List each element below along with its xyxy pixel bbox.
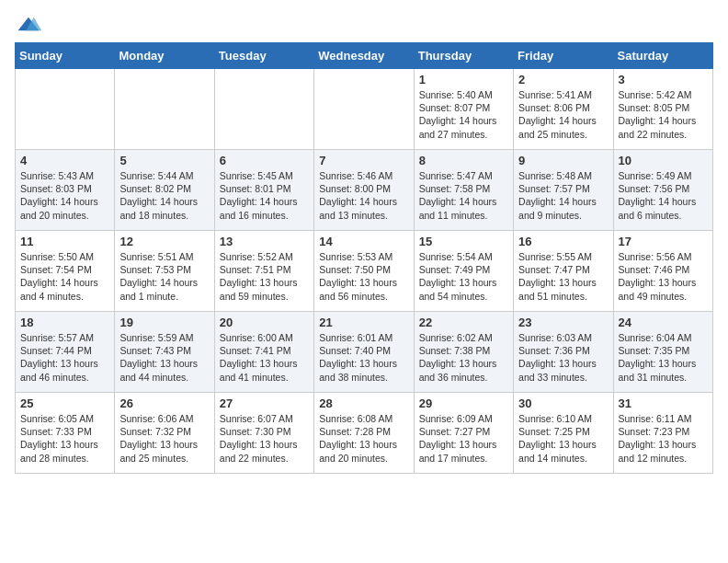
calendar-week-row: 1Sunrise: 5:40 AM Sunset: 8:07 PM Daylig… xyxy=(16,69,713,150)
header-sunday: Sunday xyxy=(16,43,115,69)
day-number: 29 xyxy=(419,396,508,410)
calendar-cell: 11Sunrise: 5:50 AM Sunset: 7:54 PM Dayli… xyxy=(16,231,115,312)
day-number: 1 xyxy=(419,73,508,86)
calendar-cell: 15Sunrise: 5:54 AM Sunset: 7:49 PM Dayli… xyxy=(414,231,513,312)
day-content: Sunrise: 5:42 AM Sunset: 8:05 PM Dayligh… xyxy=(619,88,708,141)
calendar-cell: 31Sunrise: 6:11 AM Sunset: 7:23 PM Dayli… xyxy=(613,393,712,474)
calendar-cell: 21Sunrise: 6:01 AM Sunset: 7:40 PM Dayli… xyxy=(314,312,414,393)
day-number: 26 xyxy=(119,396,209,410)
day-content: Sunrise: 5:50 AM Sunset: 7:54 PM Dayligh… xyxy=(20,250,109,303)
calendar-cell: 22Sunrise: 6:02 AM Sunset: 7:38 PM Dayli… xyxy=(414,312,513,393)
header-thursday: Thursday xyxy=(414,43,513,69)
day-content: Sunrise: 6:03 AM Sunset: 7:36 PM Dayligh… xyxy=(518,331,608,384)
header-friday: Friday xyxy=(514,43,613,69)
day-content: Sunrise: 6:05 AM Sunset: 7:33 PM Dayligh… xyxy=(20,412,109,465)
logo-icon xyxy=(15,15,42,33)
header-monday: Monday xyxy=(115,43,214,69)
day-number: 24 xyxy=(619,316,708,329)
calendar-cell: 20Sunrise: 6:00 AM Sunset: 7:41 PM Dayli… xyxy=(214,312,313,393)
day-content: Sunrise: 5:48 AM Sunset: 7:57 PM Dayligh… xyxy=(518,169,608,222)
day-content: Sunrise: 6:09 AM Sunset: 7:27 PM Dayligh… xyxy=(419,412,508,465)
header-saturday: Saturday xyxy=(613,43,712,69)
calendar-cell: 3Sunrise: 5:42 AM Sunset: 8:05 PM Daylig… xyxy=(613,69,712,150)
calendar-cell: 7Sunrise: 5:46 AM Sunset: 8:00 PM Daylig… xyxy=(314,150,414,231)
day-content: Sunrise: 5:49 AM Sunset: 7:56 PM Dayligh… xyxy=(619,169,708,222)
calendar-cell: 28Sunrise: 6:08 AM Sunset: 7:28 PM Dayli… xyxy=(314,393,414,474)
calendar-table: SundayMondayTuesdayWednesdayThursdayFrid… xyxy=(15,42,713,474)
day-content: Sunrise: 5:57 AM Sunset: 7:44 PM Dayligh… xyxy=(20,331,109,384)
calendar-cell: 6Sunrise: 5:45 AM Sunset: 8:01 PM Daylig… xyxy=(214,150,313,231)
calendar-cell: 30Sunrise: 6:10 AM Sunset: 7:25 PM Dayli… xyxy=(514,393,613,474)
calendar-cell: 13Sunrise: 5:52 AM Sunset: 7:51 PM Dayli… xyxy=(214,231,313,312)
day-number: 11 xyxy=(20,235,109,248)
day-number: 13 xyxy=(220,235,309,248)
calendar-cell xyxy=(214,69,313,150)
calendar-cell: 14Sunrise: 5:53 AM Sunset: 7:50 PM Dayli… xyxy=(314,231,414,312)
day-content: Sunrise: 5:41 AM Sunset: 8:06 PM Dayligh… xyxy=(518,88,608,141)
calendar-cell xyxy=(16,69,115,150)
day-content: Sunrise: 6:00 AM Sunset: 7:41 PM Dayligh… xyxy=(220,331,309,384)
calendar-cell: 2Sunrise: 5:41 AM Sunset: 8:06 PM Daylig… xyxy=(514,69,613,150)
day-number: 14 xyxy=(319,235,408,248)
day-number: 20 xyxy=(220,316,309,329)
calendar-cell xyxy=(115,69,214,150)
day-number: 18 xyxy=(20,316,109,329)
calendar-cell: 16Sunrise: 5:55 AM Sunset: 7:47 PM Dayli… xyxy=(514,231,613,312)
day-number: 12 xyxy=(119,235,209,248)
day-number: 9 xyxy=(518,154,608,167)
calendar-cell: 25Sunrise: 6:05 AM Sunset: 7:33 PM Dayli… xyxy=(16,393,115,474)
header-wednesday: Wednesday xyxy=(314,43,414,69)
day-content: Sunrise: 6:07 AM Sunset: 7:30 PM Dayligh… xyxy=(220,412,309,465)
day-content: Sunrise: 6:01 AM Sunset: 7:40 PM Dayligh… xyxy=(319,331,408,384)
calendar-cell: 12Sunrise: 5:51 AM Sunset: 7:53 PM Dayli… xyxy=(115,231,214,312)
day-number: 28 xyxy=(319,396,408,410)
day-content: Sunrise: 5:45 AM Sunset: 8:01 PM Dayligh… xyxy=(220,169,309,222)
calendar-week-row: 18Sunrise: 5:57 AM Sunset: 7:44 PM Dayli… xyxy=(16,312,713,393)
day-number: 19 xyxy=(119,316,209,329)
day-content: Sunrise: 5:52 AM Sunset: 7:51 PM Dayligh… xyxy=(220,250,309,303)
day-number: 4 xyxy=(20,154,109,167)
calendar-cell: 9Sunrise: 5:48 AM Sunset: 7:57 PM Daylig… xyxy=(514,150,613,231)
day-content: Sunrise: 5:47 AM Sunset: 7:58 PM Dayligh… xyxy=(419,169,508,222)
day-content: Sunrise: 6:10 AM Sunset: 7:25 PM Dayligh… xyxy=(518,412,608,465)
header-tuesday: Tuesday xyxy=(214,43,313,69)
day-content: Sunrise: 5:56 AM Sunset: 7:46 PM Dayligh… xyxy=(619,250,708,303)
day-content: Sunrise: 5:51 AM Sunset: 7:53 PM Dayligh… xyxy=(119,250,209,303)
calendar-cell: 5Sunrise: 5:44 AM Sunset: 8:02 PM Daylig… xyxy=(115,150,214,231)
calendar-cell: 10Sunrise: 5:49 AM Sunset: 7:56 PM Dayli… xyxy=(613,150,712,231)
day-number: 25 xyxy=(20,396,109,410)
day-number: 2 xyxy=(518,73,608,86)
calendar-cell: 27Sunrise: 6:07 AM Sunset: 7:30 PM Dayli… xyxy=(214,393,313,474)
calendar-cell: 26Sunrise: 6:06 AM Sunset: 7:32 PM Dayli… xyxy=(115,393,214,474)
calendar-week-row: 11Sunrise: 5:50 AM Sunset: 7:54 PM Dayli… xyxy=(16,231,713,312)
day-number: 17 xyxy=(619,235,708,248)
calendar-cell xyxy=(314,69,414,150)
calendar-cell: 19Sunrise: 5:59 AM Sunset: 7:43 PM Dayli… xyxy=(115,312,214,393)
day-number: 22 xyxy=(419,316,508,329)
calendar-header-row: SundayMondayTuesdayWednesdayThursdayFrid… xyxy=(16,43,713,69)
day-number: 7 xyxy=(319,154,408,167)
day-content: Sunrise: 5:44 AM Sunset: 8:02 PM Dayligh… xyxy=(119,169,209,222)
day-content: Sunrise: 5:59 AM Sunset: 7:43 PM Dayligh… xyxy=(119,331,209,384)
day-content: Sunrise: 6:02 AM Sunset: 7:38 PM Dayligh… xyxy=(419,331,508,384)
day-number: 15 xyxy=(419,235,508,248)
day-content: Sunrise: 6:04 AM Sunset: 7:35 PM Dayligh… xyxy=(619,331,708,384)
day-content: Sunrise: 5:43 AM Sunset: 8:03 PM Dayligh… xyxy=(20,169,109,222)
day-content: Sunrise: 5:46 AM Sunset: 8:00 PM Dayligh… xyxy=(319,169,408,222)
day-content: Sunrise: 5:55 AM Sunset: 7:47 PM Dayligh… xyxy=(518,250,608,303)
day-content: Sunrise: 5:40 AM Sunset: 8:07 PM Dayligh… xyxy=(419,88,508,141)
day-content: Sunrise: 5:54 AM Sunset: 7:49 PM Dayligh… xyxy=(419,250,508,303)
day-number: 16 xyxy=(518,235,608,248)
calendar-cell: 8Sunrise: 5:47 AM Sunset: 7:58 PM Daylig… xyxy=(414,150,513,231)
day-number: 21 xyxy=(319,316,408,329)
day-number: 8 xyxy=(419,154,508,167)
calendar-cell: 1Sunrise: 5:40 AM Sunset: 8:07 PM Daylig… xyxy=(414,69,513,150)
day-number: 3 xyxy=(619,73,708,86)
calendar-week-row: 4Sunrise: 5:43 AM Sunset: 8:03 PM Daylig… xyxy=(16,150,713,231)
day-number: 30 xyxy=(518,396,608,410)
calendar-cell: 24Sunrise: 6:04 AM Sunset: 7:35 PM Dayli… xyxy=(613,312,712,393)
calendar-cell: 17Sunrise: 5:56 AM Sunset: 7:46 PM Dayli… xyxy=(613,231,712,312)
day-content: Sunrise: 6:08 AM Sunset: 7:28 PM Dayligh… xyxy=(319,412,408,465)
day-number: 5 xyxy=(119,154,209,167)
day-content: Sunrise: 6:06 AM Sunset: 7:32 PM Dayligh… xyxy=(119,412,209,465)
